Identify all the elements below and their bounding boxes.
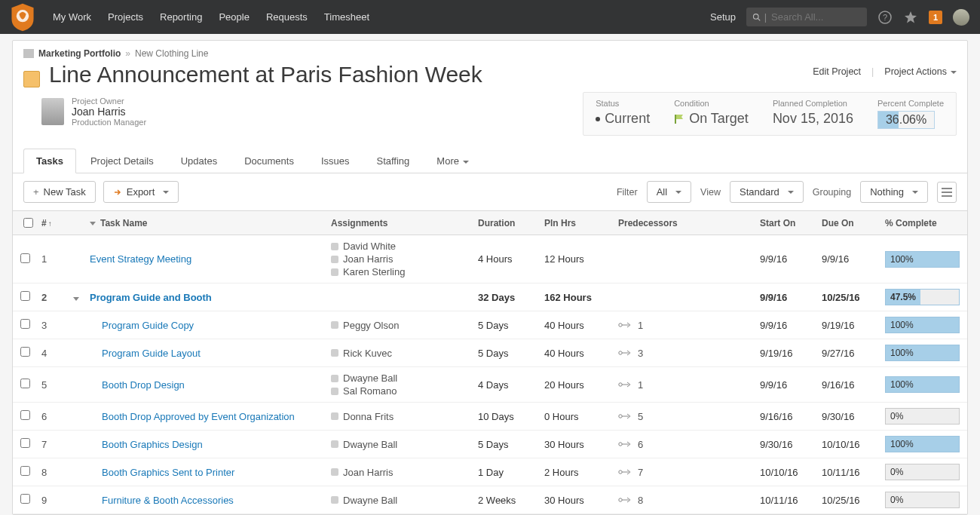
nav-requests[interactable]: Requests	[266, 11, 308, 23]
task-row[interactable]: 1Event Strategy MeetingDavid WhiteJoan H…	[13, 235, 967, 284]
owner-name[interactable]: Joan Harris	[72, 106, 146, 118]
view-dropdown[interactable]: Standard	[730, 181, 804, 203]
tab-documents[interactable]: Documents	[231, 149, 307, 173]
setup-link[interactable]: Setup	[710, 11, 736, 23]
task-name-link[interactable]: Program Guide and Booth	[90, 292, 212, 303]
notification-badge[interactable]: 1	[929, 11, 942, 24]
brand-logo[interactable]	[8, 0, 38, 34]
predecessor[interactable]: 5	[618, 411, 760, 422]
percent-complete-bar[interactable]: 100%	[885, 317, 960, 333]
task-name-link[interactable]: Booth Graphics Sent to Printer	[102, 467, 234, 478]
task-row[interactable]: 7Booth Graphics DesignDwayne Ball5 Days3…	[13, 431, 967, 458]
row-checkbox[interactable]	[20, 494, 30, 504]
row-checkbox[interactable]	[20, 466, 30, 476]
task-name-link[interactable]: Booth Graphics Design	[102, 439, 203, 450]
predecessor[interactable]: 1	[618, 379, 760, 391]
predecessor[interactable]: 6	[618, 439, 760, 450]
col-duration[interactable]: Duration	[478, 218, 544, 228]
global-search[interactable]: |	[746, 8, 867, 26]
assignee[interactable]: Joan Harris	[331, 467, 478, 478]
task-name-link[interactable]: Event Strategy Meeting	[90, 253, 191, 265]
edit-project-link[interactable]: Edit Project	[813, 66, 861, 77]
task-name-link[interactable]: Program Guide Layout	[102, 348, 201, 359]
export-button[interactable]: Export	[103, 181, 179, 203]
row-checkbox[interactable]	[20, 319, 30, 329]
task-name-link[interactable]: Furniture & Booth Accessories	[102, 495, 234, 506]
collapse-icon[interactable]	[73, 297, 79, 301]
percent-complete-bar[interactable]: 100%	[885, 251, 960, 268]
tab-project-details[interactable]: Project Details	[78, 149, 167, 173]
nav-timesheet[interactable]: Timesheet	[324, 11, 369, 23]
col-due-on[interactable]: Due On	[822, 218, 885, 228]
predecessor[interactable]: 8	[618, 495, 760, 506]
task-row[interactable]: 6Booth Drop Approved by Event Organizati…	[13, 403, 967, 431]
percent-complete-bar[interactable]: 100%	[885, 436, 960, 452]
row-checkbox[interactable]	[20, 410, 30, 420]
predecessor[interactable]: 3	[618, 348, 760, 359]
col-start-on[interactable]: Start On	[760, 218, 822, 228]
breadcrumb-leaf[interactable]: New Clothing Line	[135, 48, 208, 59]
search-input[interactable]	[770, 11, 861, 23]
assignee[interactable]: Dwayne Ball	[331, 439, 478, 450]
nav-reporting[interactable]: Reporting	[160, 11, 202, 23]
assignee[interactable]: Joan Harris	[331, 253, 478, 265]
assignee[interactable]: Rick Kuvec	[331, 348, 478, 359]
col-task-name[interactable]: Task Name	[90, 218, 331, 228]
row-checkbox[interactable]	[20, 347, 30, 357]
svg-text:?: ?	[883, 13, 887, 22]
nav-projects[interactable]: Projects	[108, 11, 143, 23]
row-checkbox[interactable]	[20, 438, 30, 448]
predecessor[interactable]: 7	[618, 467, 760, 478]
tab-staffing[interactable]: Staffing	[363, 149, 422, 173]
task-row[interactable]: 4Program Guide LayoutRick Kuvec5 Days40 …	[13, 339, 967, 367]
tab-updates[interactable]: Updates	[168, 149, 230, 173]
tab-issues[interactable]: Issues	[308, 149, 363, 173]
tab-tasks[interactable]: Tasks	[23, 149, 76, 173]
assignee[interactable]: Dwayne Ball	[331, 372, 478, 384]
percent-complete-bar[interactable]: 47.5%	[885, 289, 960, 305]
assignee[interactable]: Karen Sterling	[331, 266, 478, 277]
row-checkbox[interactable]	[20, 379, 30, 388]
filter-dropdown[interactable]: All	[647, 181, 691, 203]
col-number[interactable]: #↑	[41, 218, 73, 228]
list-view-toggle[interactable]	[937, 182, 957, 203]
task-row[interactable]: 8Booth Graphics Sent to PrinterJoan Harr…	[13, 458, 967, 486]
owner-photo[interactable]	[41, 98, 64, 125]
assignee[interactable]: Donna Frits	[331, 411, 478, 422]
row-checkbox[interactable]	[20, 253, 30, 263]
col-predecessors[interactable]: Predecessors	[618, 218, 760, 228]
grouping-dropdown[interactable]: Nothing	[860, 181, 928, 203]
new-task-button[interactable]: +New Task	[23, 181, 96, 203]
task-row[interactable]: 2Program Guide and Booth32 Days162 Hours…	[13, 284, 967, 311]
col-pln-hrs[interactable]: Pln Hrs	[544, 218, 618, 228]
task-name-link[interactable]: Booth Drop Approved by Event Organizatio…	[102, 411, 295, 422]
project-actions-menu[interactable]: Project Actions	[884, 66, 957, 77]
favorites-icon[interactable]	[903, 10, 918, 25]
row-checkbox[interactable]	[20, 291, 30, 301]
select-all-checkbox[interactable]	[23, 218, 33, 228]
tab-more[interactable]: More	[424, 149, 482, 173]
assignee[interactable]: Sal Romano	[331, 385, 478, 397]
task-name-link[interactable]: Booth Drop Design	[102, 379, 185, 391]
help-icon[interactable]: ?	[877, 10, 893, 25]
nav-my-work[interactable]: My Work	[53, 11, 91, 23]
col-percent-complete[interactable]: % Complete	[885, 218, 960, 228]
percent-complete-bar[interactable]: 0%	[885, 492, 960, 508]
percent-value[interactable]: 36.06%	[877, 111, 935, 129]
percent-complete-bar[interactable]: 0%	[885, 464, 960, 480]
breadcrumb-root[interactable]: Marketing Portfolio	[38, 48, 121, 59]
task-row[interactable]: 3Program Guide CopyPeggy Olson5 Days40 H…	[13, 311, 967, 339]
task-name-link[interactable]: Program Guide Copy	[102, 320, 194, 331]
predecessor[interactable]: 1	[618, 320, 760, 331]
nav-people[interactable]: People	[219, 11, 249, 23]
col-assignments[interactable]: Assignments	[331, 218, 478, 228]
assignee[interactable]: Dwayne Ball	[331, 495, 478, 506]
assignee[interactable]: David White	[331, 241, 478, 252]
percent-complete-bar[interactable]: 100%	[885, 376, 960, 393]
assignee[interactable]: Peggy Olson	[331, 320, 478, 331]
percent-complete-bar[interactable]: 100%	[885, 345, 960, 361]
user-avatar[interactable]	[953, 9, 969, 26]
task-row[interactable]: 9Furniture & Booth AccessoriesDwayne Bal…	[13, 486, 967, 514]
task-row[interactable]: 5Booth Drop DesignDwayne BallSal Romano4…	[13, 367, 967, 403]
percent-complete-bar[interactable]: 0%	[885, 408, 960, 425]
